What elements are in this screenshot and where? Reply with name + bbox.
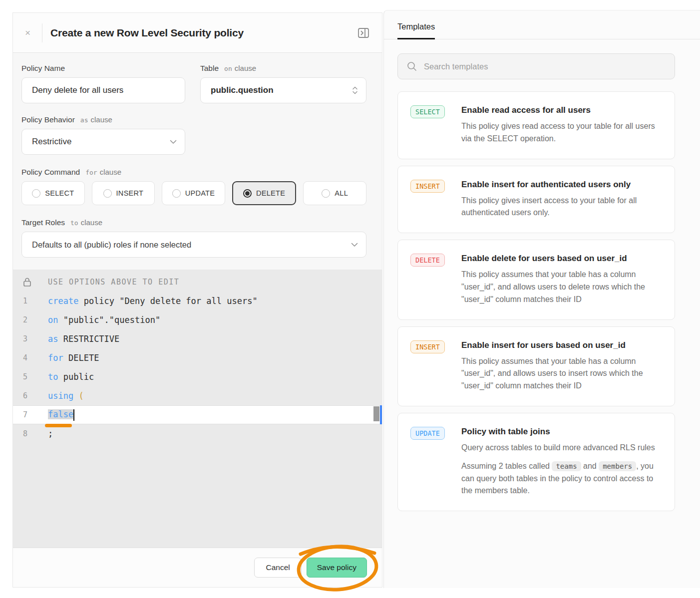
- templates-tabbar: Templates: [384, 10, 700, 39]
- command-radio-group: SELECT INSERT UPDATE DELETE ALL: [21, 181, 366, 205]
- select-badge: SELECT: [410, 105, 445, 118]
- template-description: Assuming 2 tables called teams and membe…: [461, 460, 662, 497]
- radio-delete[interactable]: DELETE: [232, 181, 297, 205]
- template-title: Enable read access for all users: [461, 105, 662, 115]
- radio-icon: [172, 189, 181, 198]
- template-title: Policy with table joins: [461, 427, 662, 437]
- radio-all[interactable]: ALL: [303, 181, 366, 205]
- lock-icon: [23, 277, 31, 287]
- sql-editor: USE OPTIONS ABOVE TO EDIT 1 create polic…: [13, 270, 382, 548]
- dialog-title: Create a new Row Level Security policy: [50, 27, 244, 39]
- template-description: This policy assumes that your table has …: [461, 269, 662, 305]
- close-icon[interactable]: ×: [25, 27, 39, 38]
- template-description: This policy gives insert access to your …: [461, 195, 662, 220]
- template-title: Enable insert for authenticated users on…: [461, 180, 662, 190]
- policy-form: Policy Name Table on clause public.quest…: [13, 53, 382, 270]
- roles-select[interactable]: Defaults to all (public) roles if none s…: [21, 232, 366, 258]
- chevron-down-icon: [351, 243, 358, 247]
- dialog-footer: Cancel Save policy: [13, 548, 382, 587]
- template-title: Enable delete for users based on user_id: [461, 254, 662, 264]
- template-description: Query across tables to build more advanc…: [461, 442, 662, 454]
- roles-label: Target Roles to clause: [21, 218, 366, 227]
- editor-overview-ruler: [380, 405, 382, 424]
- radio-icon: [103, 189, 112, 198]
- radio-update[interactable]: UPDATE: [162, 181, 225, 205]
- select-updown-icon: [352, 85, 358, 95]
- code-line: 6 using (: [13, 386, 382, 405]
- code-line: 1 create policy "Deny delete for all use…: [13, 292, 382, 310]
- policy-name-input[interactable]: [21, 77, 185, 103]
- table-select[interactable]: public.question: [200, 77, 366, 103]
- save-policy-button[interactable]: Save policy: [307, 558, 367, 578]
- expand-panel-icon[interactable]: [357, 26, 370, 39]
- table-label: Table on clause: [200, 64, 366, 73]
- members-code-chip: members: [599, 461, 636, 471]
- template-title: Enable insert for users based on user_id: [461, 340, 662, 350]
- editor-locked-row: USE OPTIONS ABOVE TO EDIT: [13, 273, 382, 292]
- template-card-table-joins[interactable]: UPDATE Policy with table joins Query acr…: [397, 413, 675, 511]
- insert-badge: INSERT: [410, 340, 445, 353]
- behavior-select[interactable]: Restrictive: [21, 129, 185, 155]
- teams-code-chip: teams: [552, 461, 581, 471]
- template-card-list: SELECT Enable read access for all users …: [397, 91, 675, 511]
- editor-locked-hint: USE OPTIONS ABOVE TO EDIT: [48, 278, 179, 287]
- header-divider: [42, 23, 42, 42]
- template-card-delete-user-id[interactable]: DELETE Enable delete for users based on …: [397, 240, 675, 319]
- radio-icon: [32, 189, 40, 198]
- radio-select[interactable]: SELECT: [21, 181, 85, 205]
- code-line: 5 to public: [13, 367, 382, 386]
- template-description: This policy assumes that your table has …: [461, 355, 662, 392]
- rls-policy-dialog: × Create a new Row Level Security policy…: [12, 12, 382, 588]
- search-icon: [406, 61, 417, 72]
- behavior-label: Policy Behavior as clause: [21, 115, 185, 124]
- template-description: This policy gives read access to your ta…: [461, 120, 662, 145]
- command-label: Policy Command for clause: [21, 168, 366, 177]
- text-cursor: [73, 409, 74, 421]
- code-line: 2 on "public"."question": [13, 310, 382, 329]
- code-line: 8 ;: [13, 424, 382, 443]
- editable-code-line[interactable]: 7 false: [13, 405, 382, 424]
- editor-scrollbar-thumb[interactable]: [373, 406, 379, 421]
- template-card-insert-authenticated[interactable]: INSERT Enable insert for authenticated u…: [397, 166, 675, 234]
- insert-badge: INSERT: [410, 180, 445, 193]
- code-line: 4 for DELETE: [13, 348, 382, 367]
- radio-insert[interactable]: INSERT: [92, 181, 155, 205]
- search-templates-input[interactable]: [397, 53, 675, 79]
- radio-selected-icon: [243, 189, 252, 198]
- cancel-button[interactable]: Cancel: [254, 558, 301, 578]
- radio-icon: [322, 189, 330, 198]
- tab-templates[interactable]: Templates: [397, 22, 435, 39]
- template-card-insert-user-id[interactable]: INSERT Enable insert for users based on …: [397, 326, 675, 406]
- using-expression-value[interactable]: false: [48, 409, 73, 419]
- template-card-read-access[interactable]: SELECT Enable read access for all users …: [397, 91, 675, 159]
- templates-panel: Templates SELECT Enable read access for …: [383, 10, 700, 588]
- code-line: 3 as RESTRICTIVE: [13, 329, 382, 348]
- policy-name-label: Policy Name: [21, 64, 185, 73]
- delete-badge: DELETE: [410, 254, 445, 267]
- dialog-header: × Create a new Row Level Security policy: [13, 13, 382, 53]
- chevron-down-icon: [170, 140, 177, 144]
- update-badge: UPDATE: [410, 427, 445, 440]
